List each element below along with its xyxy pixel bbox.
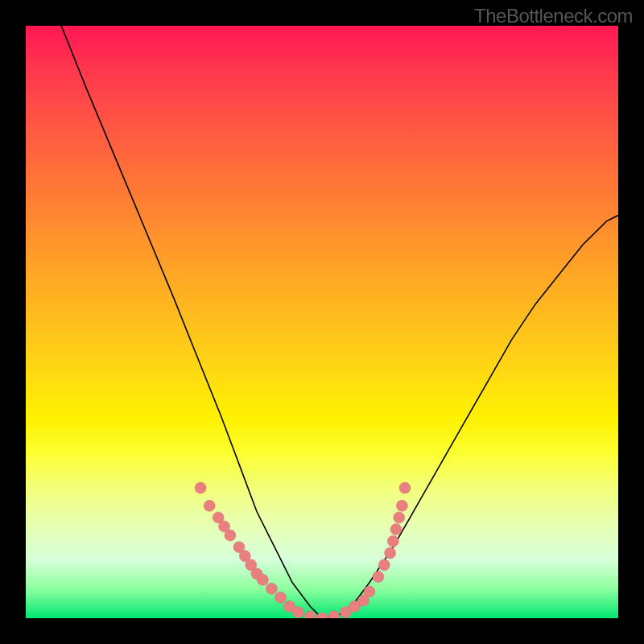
scatter-dot xyxy=(266,583,277,594)
scatter-dot xyxy=(195,482,206,493)
chart-svg xyxy=(26,26,618,618)
scatter-dot xyxy=(399,482,411,493)
scatter-dot xyxy=(385,547,396,559)
scatter-dots xyxy=(195,482,411,618)
scatter-dot xyxy=(373,572,384,583)
scatter-dot xyxy=(364,586,375,597)
watermark-text: TheBottleneck.com xyxy=(474,5,633,27)
chart-plot-area xyxy=(26,26,618,618)
scatter-dot xyxy=(275,592,287,603)
scatter-dot xyxy=(387,535,398,547)
scatter-dot xyxy=(378,559,390,571)
bottleneck-curve xyxy=(61,26,618,618)
scatter-dot xyxy=(293,607,304,618)
scatter-dot xyxy=(304,611,316,618)
scatter-dot xyxy=(396,500,407,511)
scatter-dot xyxy=(328,611,340,618)
scatter-dot xyxy=(204,500,215,511)
scatter-dot xyxy=(390,524,402,535)
scatter-dot xyxy=(257,574,268,585)
scatter-dot xyxy=(225,530,236,541)
scatter-dot xyxy=(394,512,405,523)
